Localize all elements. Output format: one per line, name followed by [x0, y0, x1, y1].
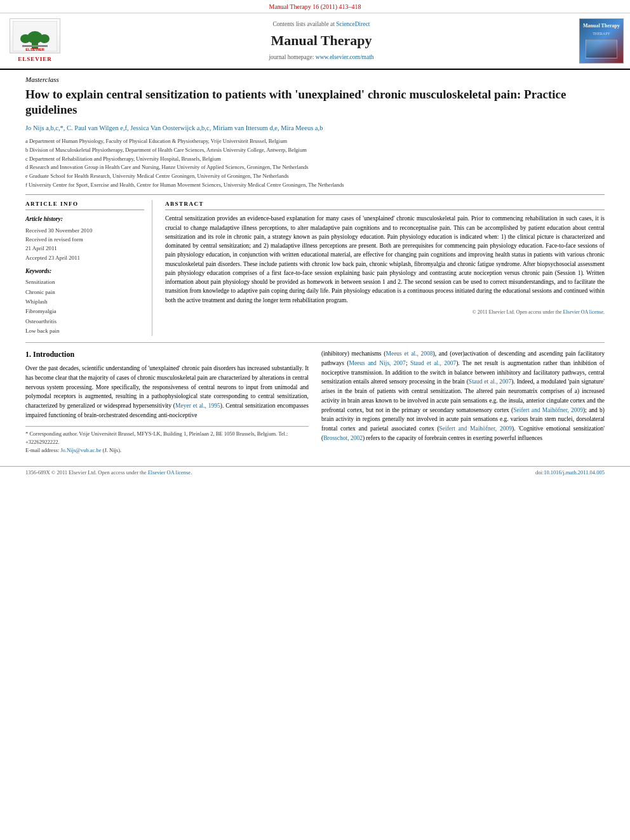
- ref-meeus-2008[interactable]: Meeus et al., 2008: [385, 350, 432, 357]
- svg-point-3: [20, 34, 30, 43]
- body-right-column: (inhibitory) mechanisms (Meeus et al., 2…: [321, 349, 605, 454]
- keyword-low-back-pain: Low back pain: [25, 326, 144, 336]
- license-text: © 2011 Elsevier Ltd. Open access under t…: [165, 309, 605, 316]
- keyword-sensitization: Sensitization: [25, 277, 144, 287]
- affiliation-b: b Division of Musculoskeletal Physiother…: [25, 146, 605, 154]
- article-title: How to explain central sensitization to …: [25, 87, 605, 117]
- ref-meeus-nijs-2007[interactable]: Meeus and Nijs, 2007: [349, 360, 405, 366]
- email-link[interactable]: Jo.Nijs@vub.ac.be: [60, 447, 101, 453]
- ref-staud-2007b[interactable]: Staud et al., 2007: [469, 378, 512, 385]
- doi-link[interactable]: 10.1016/j.math.2011.04.005: [544, 469, 605, 476]
- ref-seifert-2009b[interactable]: Seifert and Maihöfner, 2009: [439, 425, 512, 432]
- body-content: 1. Introduction Over the past decades, s…: [25, 349, 605, 454]
- homepage-link[interactable]: www.elsevier.com/math: [316, 54, 374, 60]
- body-left-column: 1. Introduction Over the past decades, s…: [25, 349, 309, 454]
- oa-license-link[interactable]: Elsevier OA license: [563, 309, 603, 315]
- affiliation-d: d Research and Innovation Group in Healt…: [25, 163, 605, 171]
- journal-title: Manual Therapy: [271, 31, 372, 51]
- abstract-column: ABSTRACT Central sensitization provides …: [165, 200, 605, 337]
- corresponding-author-note: * Corresponding author. Vrije Universite…: [25, 430, 309, 446]
- intro-right-paragraph1: (inhibitory) mechanisms (Meeus et al., 2…: [321, 349, 605, 443]
- article-info-heading: ARTICLE INFO: [25, 200, 144, 211]
- revised-label: Received in revised form: [25, 235, 144, 244]
- article-info-abstract-section: ARTICLE INFO Article history: Received 3…: [25, 194, 605, 337]
- journal-homepage: journal homepage: www.elsevier.com/math: [269, 53, 373, 62]
- abstract-heading: ABSTRACT: [165, 200, 605, 211]
- journal-header-center: Contents lists available at ScienceDirec…: [70, 18, 573, 63]
- affiliation-e: e Graduate School for Health Research, U…: [25, 172, 605, 180]
- ref-meyer-1995[interactable]: Meyer et al., 1995: [175, 403, 220, 409]
- received-date: Received 30 November 2010: [25, 226, 144, 235]
- footer-oa-link[interactable]: Elsevier OA license: [148, 469, 191, 476]
- ref-seifert-2009a[interactable]: Seifert and Maihöfner, 2009: [513, 407, 583, 413]
- cover-title-text: Manual Therapy: [583, 23, 620, 29]
- introduction-paragraph1: Over the past decades, scientific unders…: [25, 364, 309, 420]
- keywords-list: Sensitization Chronic pain Whiplash Fibr…: [25, 277, 144, 336]
- keyword-osteoarthritis: Osteoarthritis: [25, 317, 144, 326]
- authors-list: Jo Nijs a,b,c,*, C. Paul van Wilgen e,f,…: [25, 123, 605, 133]
- elsevier-brand-text: ELSEVIER: [18, 55, 52, 63]
- cover-subtitle: THERAPY: [593, 31, 610, 36]
- elsevier-logo-image: ELSEVIER: [10, 18, 60, 53]
- sciencedirect-link[interactable]: ScienceDirect: [336, 21, 370, 27]
- abstract-text: Central sensitization provides an eviden…: [165, 214, 605, 305]
- svg-point-4: [39, 34, 50, 43]
- article-type-label: Masterclass: [25, 75, 605, 84]
- keyword-chronic-pain: Chronic pain: [25, 288, 144, 297]
- page-footer: 1356-689X © 2011 Elsevier Ltd. Open acce…: [0, 466, 630, 479]
- ref-staud-2007[interactable]: Staud et al., 2007: [410, 360, 456, 366]
- footnotes-section: * Corresponding author. Vrije Universite…: [25, 426, 309, 454]
- elsevier-logo-block: ELSEVIER ELSEVIER: [6, 18, 64, 63]
- journal-cover-image: Manual Therapy THERAPY: [579, 18, 624, 63]
- section-divider: [25, 342, 605, 343]
- introduction-heading: 1. Introduction: [25, 349, 309, 360]
- sciencedirect-line: Contents lists available at ScienceDirec…: [272, 20, 370, 29]
- article-history-title: Article history:: [25, 215, 144, 223]
- keyword-fibromyalgia: Fibromyalgia: [25, 307, 144, 316]
- affiliations-block: a Department of Human Physiology, Facult…: [25, 137, 605, 189]
- keyword-whiplash: Whiplash: [25, 297, 144, 307]
- svg-rect-5: [22, 45, 48, 47]
- footer-issn: 1356-689X © 2011 Elsevier Ltd. Open acce…: [25, 469, 192, 477]
- cover-decorative-image: [586, 39, 617, 58]
- revised-date: 21 April 2011: [25, 244, 144, 253]
- affiliation-a: a Department of Human Physiology, Facult…: [25, 137, 605, 145]
- article-dates: Received 30 November 2010 Received in re…: [25, 226, 144, 263]
- journal-header: ELSEVIER ELSEVIER Contents lists availab…: [0, 13, 630, 70]
- article-info-column: ARTICLE INFO Article history: Received 3…: [25, 200, 152, 337]
- accepted-date: Accepted 23 April 2011: [25, 253, 144, 262]
- ref-brosschot-2002[interactable]: Brosschot, 2002: [323, 435, 363, 441]
- footer-doi: doi:10.1016/j.math.2011.04.005: [535, 469, 605, 477]
- journal-reference: Manual Therapy 16 (2011) 413–418: [0, 0, 630, 13]
- email-note: E-mail address: Jo.Nijs@vub.ac.be (J. Ni…: [25, 446, 309, 455]
- affiliation-c: c Department of Rehabilitation and Physi…: [25, 155, 605, 163]
- keywords-title: Keywords:: [25, 267, 144, 276]
- affiliation-f: f University Centre for Sport, Exercise …: [25, 181, 605, 189]
- journal-ref-text: Manual Therapy 16 (2011) 413–418: [269, 3, 361, 10]
- main-content: Masterclass How to explain central sensi…: [0, 70, 630, 460]
- svg-text:ELSEVIER: ELSEVIER: [25, 48, 44, 51]
